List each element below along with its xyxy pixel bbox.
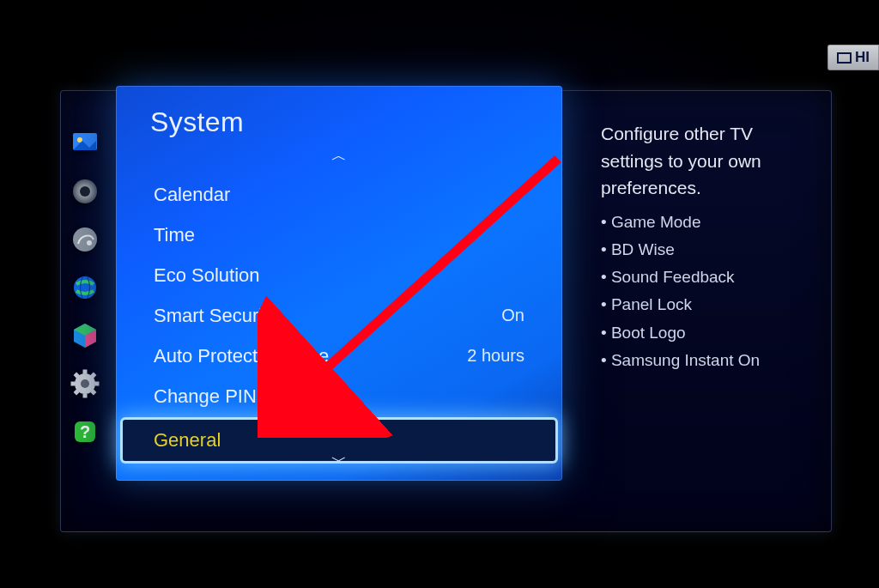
badge-text: HI [855, 49, 870, 66]
svg-point-5 [87, 240, 92, 246]
menu-item-smart-security[interactable]: Smart SecurityOn [116, 295, 562, 336]
menu-item-label: Smart Security [154, 305, 277, 327]
input-badge: HI [827, 45, 879, 70]
system-menu: System ︿ CalendarTimeEco SolutionSmart S… [116, 86, 562, 481]
scroll-down-icon[interactable]: ﹀ [331, 453, 347, 469]
network-icon[interactable] [70, 273, 100, 302]
menu-item-label: Change PIN [154, 385, 257, 408]
description-text: Configure other TV settings to your own … [601, 120, 810, 202]
menu-item-time[interactable]: Time [116, 215, 562, 255]
menu-item-auto-protection-time[interactable]: Auto Protection Time2 hours [116, 336, 562, 376]
menu-item-label: Auto Protection Time [154, 345, 329, 367]
svg-point-11 [81, 379, 89, 388]
description-bullets: Game ModeBD WiseSound FeedbackPanel Lock… [601, 209, 810, 375]
menu-item-value: On [501, 306, 524, 325]
menu-item-value: 2 hours [467, 346, 524, 366]
menu-items: CalendarTimeEco SolutionSmart SecurityOn… [116, 174, 562, 464]
menu-item-label: Time [154, 224, 195, 246]
svg-rect-14 [83, 394, 88, 398]
scroll-up-icon[interactable]: ︿ [331, 148, 347, 163]
sound-icon[interactable] [70, 177, 100, 206]
svg-point-3 [80, 186, 90, 197]
description-bullet: Boot Logo [601, 319, 810, 347]
menu-title: System [150, 106, 244, 138]
description-bullet: Game Mode [601, 209, 810, 236]
svg-rect-18 [83, 370, 88, 374]
picture-icon[interactable] [70, 129, 100, 158]
menu-item-label: Calendar [154, 184, 230, 206]
description-panel: Configure other TV settings to your own … [601, 120, 810, 374]
svg-point-6 [74, 276, 96, 299]
menu-item-label: General [154, 429, 221, 452]
svg-rect-16 [71, 382, 76, 386]
smarthub-icon[interactable] [70, 321, 100, 350]
system-icon[interactable] [70, 369, 100, 398]
menu-item-label: Eco Solution [154, 264, 260, 287]
category-rail: ? [70, 129, 100, 446]
menu-item-calendar[interactable]: Calendar [116, 174, 562, 215]
support-icon[interactable]: ? [70, 417, 100, 446]
badge-icon [837, 52, 852, 64]
description-bullet: Sound Feedback [601, 264, 810, 291]
channel-icon[interactable] [70, 225, 100, 254]
menu-item-eco-solution[interactable]: Eco Solution [116, 255, 562, 295]
menu-item-change-pin[interactable]: Change PIN [116, 376, 562, 416]
description-bullet: Panel Lock [601, 291, 810, 318]
svg-rect-12 [95, 382, 100, 386]
tv-screen: HI ? System ︿ CalendarTimeEco SolutionSm… [0, 0, 879, 588]
description-bullet: BD Wise [601, 236, 810, 264]
svg-text:?: ? [80, 422, 90, 441]
description-bullet: Samsung Instant On [601, 347, 810, 374]
